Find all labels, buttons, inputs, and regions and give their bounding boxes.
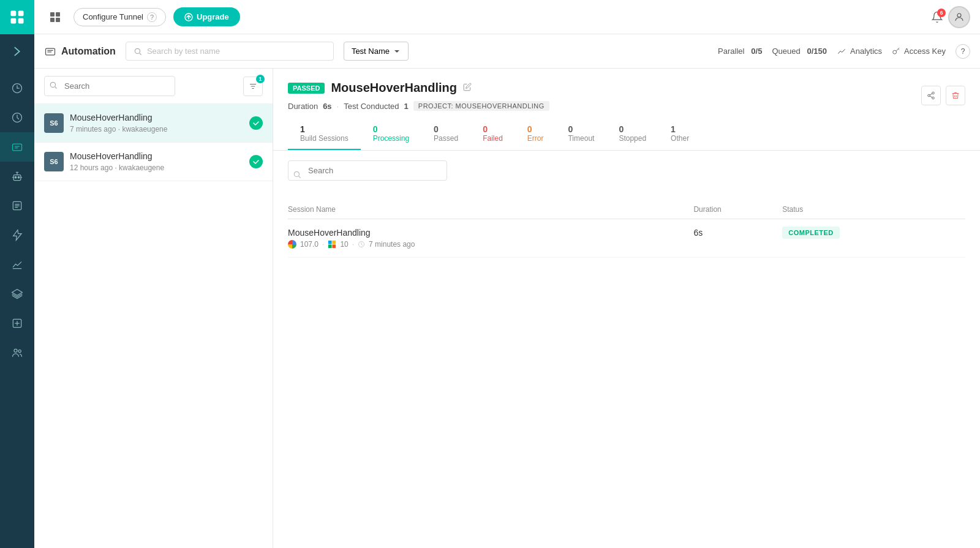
sidebar-item-people[interactable]	[0, 338, 34, 367]
stat-tab-other[interactable]: 1 Other	[658, 118, 701, 150]
sidebar-item-chart[interactable]	[0, 250, 34, 279]
test-name-label: Test Name	[352, 47, 390, 56]
notifications-button[interactable]: 6	[926, 6, 948, 28]
sidebar-item-clock[interactable]	[0, 103, 34, 132]
stat-tab-passed[interactable]: 0 Passed	[421, 118, 470, 150]
session-search-input[interactable]	[288, 160, 447, 181]
svg-point-29	[294, 171, 299, 176]
svg-point-25	[928, 94, 930, 97]
build-search-icon	[49, 81, 58, 92]
svg-point-21	[135, 48, 140, 53]
parallel-label: Parallel 0/5	[718, 47, 762, 56]
delete-button[interactable]	[946, 86, 965, 105]
analytics-label: Analytics	[850, 47, 882, 56]
dropdown-chevron-icon	[393, 48, 401, 55]
analytics-button[interactable]: Analytics	[837, 47, 882, 56]
sidebar-item-snippets[interactable]	[0, 191, 34, 220]
nav-forward-button[interactable]	[0, 34, 34, 69]
upgrade-button[interactable]: Upgrade	[173, 7, 240, 26]
svg-rect-14	[50, 12, 55, 17]
svg-rect-16	[50, 18, 55, 22]
svg-point-12	[14, 349, 17, 352]
svg-point-8	[15, 176, 17, 178]
sidebar-item-layers[interactable]	[0, 279, 34, 309]
col-status: Status	[782, 200, 965, 219]
duration-cell: 6s	[693, 219, 782, 258]
passed-badge: PASSED	[288, 83, 325, 94]
col-session-name: Session Name	[288, 200, 693, 219]
stat-tab-failed[interactable]: 0 Failed	[470, 118, 515, 150]
sidebar-item-robot[interactable]	[0, 162, 34, 191]
col-duration: Duration	[693, 200, 782, 219]
snippets-icon	[11, 200, 23, 212]
build-info: MouseHoverHandling 7 minutes ago · kwaka…	[70, 113, 243, 133]
pencil-icon	[463, 83, 472, 91]
svg-rect-3	[18, 18, 24, 24]
filter-icon	[249, 82, 257, 91]
session-table: Session Name Duration Status MouseHoverH…	[288, 200, 965, 258]
sidebar-item-dashboard[interactable]	[0, 73, 34, 103]
build-meta: 7 minutes ago · kwakaeugene	[70, 125, 243, 133]
grid-view-button[interactable]	[44, 6, 66, 28]
configure-tunnel-label: Configure Tunnel	[83, 12, 143, 21]
notification-badge: 6	[937, 9, 946, 17]
topbar-left: Configure Tunnel ? Upgrade	[44, 6, 240, 28]
share-button[interactable]	[921, 86, 941, 105]
search-bar-icon	[134, 47, 142, 56]
session-meta: 107.0 · 10 ·	[288, 240, 693, 249]
upgrade-icon	[184, 13, 193, 21]
parallel-info: Parallel 0/5 Queued 0/150 Analytics	[718, 44, 970, 59]
sidebar-item-automation[interactable]	[0, 132, 34, 162]
build-info: MouseHoverHandling 12 hours ago · kwakae…	[70, 151, 243, 172]
analytics-icon	[837, 47, 846, 56]
access-key-button[interactable]: Access Key	[892, 47, 946, 56]
svg-line-27	[930, 96, 932, 97]
svg-point-22	[893, 50, 897, 54]
lightning-icon	[11, 229, 23, 241]
build-name: MouseHoverHandling	[70, 113, 243, 122]
stats-tabs: 1 Build Sessions 0 Processing 0 Passed 0…	[288, 118, 965, 150]
chrome-icon	[288, 240, 296, 249]
build-item[interactable]: S6 MouseHoverHandling 7 minutes ago · kw…	[34, 104, 273, 143]
duration-value: 6s	[693, 228, 703, 238]
add-square-icon	[11, 317, 23, 329]
time-icon	[358, 241, 365, 248]
sidebar	[0, 0, 34, 548]
build-search-input[interactable]	[44, 76, 175, 96]
test-search-bar[interactable]: Search by test name	[126, 42, 334, 61]
build-subtitle: Duration 6s · Test Conducted 1 PROJECT: …	[288, 101, 549, 111]
stat-tab-stopped[interactable]: 0 Stopped	[606, 118, 658, 150]
build-item[interactable]: S6 MouseHoverHandling 12 hours ago · kwa…	[34, 143, 273, 181]
stat-tab-error[interactable]: 0 Error	[515, 118, 556, 150]
build-avatar: S6	[44, 152, 64, 171]
svg-rect-2	[11, 18, 17, 24]
people-icon	[11, 347, 23, 359]
sidebar-item-lightning[interactable]	[0, 220, 34, 250]
test-name-dropdown[interactable]: Test Name	[344, 42, 409, 61]
stat-tab-timeout[interactable]: 0 Timeout	[556, 118, 606, 150]
sidebar-nav	[0, 69, 34, 548]
sidebar-item-add[interactable]	[0, 309, 34, 338]
session-search-wrap	[288, 160, 447, 190]
layers-icon	[11, 288, 23, 300]
help-label: ?	[961, 47, 965, 56]
secondary-header: Automation Search by test name Test Name…	[34, 34, 980, 69]
configure-tunnel-button[interactable]: Configure Tunnel ?	[74, 8, 166, 26]
help-button[interactable]: ?	[956, 44, 970, 59]
main-area: Automation Search by test name Test Name…	[34, 34, 980, 548]
svg-rect-6	[13, 144, 22, 151]
table-row[interactable]: MouseHoverHandling 107.0 ·	[288, 219, 965, 258]
svg-rect-30	[328, 241, 332, 244]
logo-button[interactable]	[0, 0, 34, 34]
svg-point-19	[957, 13, 961, 17]
stat-tab-build-sessions[interactable]: 1 Build Sessions	[288, 118, 361, 150]
filter-button[interactable]: 1	[243, 77, 263, 96]
content-body: 1 S6 MouseHoverHandling 7 minutes ago · …	[34, 69, 980, 548]
svg-line-28	[930, 94, 932, 95]
key-icon	[892, 47, 900, 56]
stat-tab-processing[interactable]: 0 Processing	[361, 118, 421, 150]
action-buttons	[921, 81, 965, 105]
edit-title-button[interactable]	[463, 83, 472, 94]
user-avatar[interactable]	[948, 6, 970, 28]
search-bar-placeholder: Search by test name	[147, 47, 220, 56]
